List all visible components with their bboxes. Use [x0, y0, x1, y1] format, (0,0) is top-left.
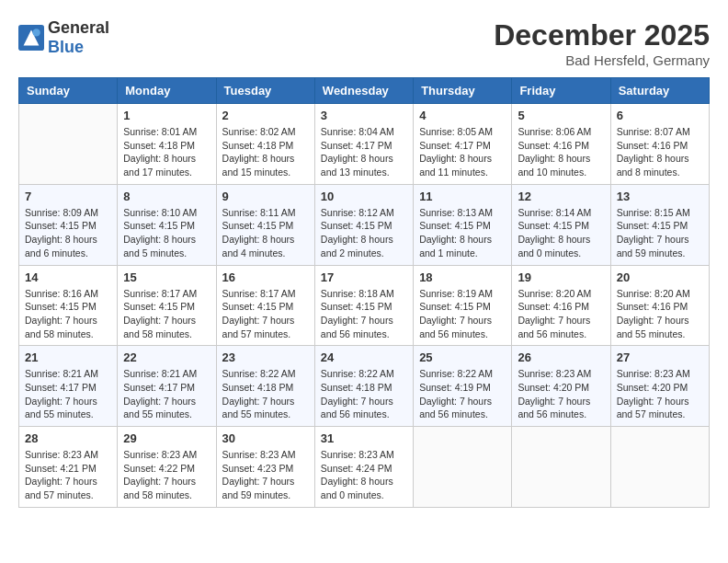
day-info: Sunrise: 8:12 AM Sunset: 4:15 PM Dayligh… [321, 206, 407, 260]
day-number: 10 [321, 190, 407, 203]
day-info: Sunrise: 8:01 AM Sunset: 4:18 PM Dayligh… [123, 125, 210, 179]
logo-general: General [48, 18, 109, 37]
location: Bad Hersfeld, Germany [494, 52, 710, 68]
day-number: 9 [222, 190, 309, 203]
day-number: 2 [222, 109, 309, 122]
day-number: 15 [123, 270, 210, 284]
calendar-cell: 26Sunrise: 8:23 AM Sunset: 4:20 PM Dayli… [512, 346, 610, 427]
day-number: 5 [518, 109, 604, 122]
calendar-cell: 21Sunrise: 8:21 AM Sunset: 4:17 PM Dayli… [19, 346, 118, 427]
day-number: 28 [25, 431, 111, 445]
day-info: Sunrise: 8:17 AM Sunset: 4:15 PM Dayligh… [222, 287, 309, 341]
day-info: Sunrise: 8:13 AM Sunset: 4:15 PM Dayligh… [419, 206, 506, 260]
day-of-week-wednesday: Wednesday [314, 78, 413, 104]
calendar-cell: 4Sunrise: 8:05 AM Sunset: 4:17 PM Daylig… [414, 104, 512, 185]
day-number: 1 [123, 109, 210, 122]
page-header: General Blue December 2025 Bad Hersfeld,… [18, 18, 710, 68]
logo-icon [18, 25, 44, 51]
day-number: 22 [123, 350, 210, 364]
calendar-cell: 22Sunrise: 8:21 AM Sunset: 4:17 PM Dayli… [118, 346, 216, 427]
calendar-cell [512, 427, 610, 508]
day-number: 23 [222, 350, 309, 364]
day-info: Sunrise: 8:22 AM Sunset: 4:19 PM Dayligh… [419, 367, 506, 421]
calendar-cell: 25Sunrise: 8:22 AM Sunset: 4:19 PM Dayli… [414, 346, 512, 427]
calendar-cell: 15Sunrise: 8:17 AM Sunset: 4:15 PM Dayli… [118, 265, 216, 346]
title-block: December 2025 Bad Hersfeld, Germany [494, 18, 710, 68]
day-info: Sunrise: 8:18 AM Sunset: 4:15 PM Dayligh… [321, 287, 407, 341]
day-of-week-sunday: Sunday [19, 78, 118, 104]
day-number: 25 [419, 350, 506, 364]
day-number: 19 [518, 270, 604, 284]
day-info: Sunrise: 8:06 AM Sunset: 4:16 PM Dayligh… [518, 125, 604, 179]
day-info: Sunrise: 8:10 AM Sunset: 4:15 PM Dayligh… [123, 206, 210, 260]
calendar-cell: 11Sunrise: 8:13 AM Sunset: 4:15 PM Dayli… [414, 184, 512, 265]
day-info: Sunrise: 8:07 AM Sunset: 4:16 PM Dayligh… [617, 125, 703, 179]
calendar-cell: 7Sunrise: 8:09 AM Sunset: 4:15 PM Daylig… [19, 184, 118, 265]
calendar-week-row: 14Sunrise: 8:16 AM Sunset: 4:15 PM Dayli… [19, 265, 710, 346]
calendar-cell: 8Sunrise: 8:10 AM Sunset: 4:15 PM Daylig… [118, 184, 216, 265]
day-number: 20 [617, 270, 703, 284]
calendar-header-row: SundayMondayTuesdayWednesdayThursdayFrid… [19, 78, 710, 104]
day-number: 13 [617, 190, 703, 203]
calendar-cell [610, 427, 709, 508]
day-number: 26 [518, 350, 604, 364]
day-info: Sunrise: 8:15 AM Sunset: 4:15 PM Dayligh… [617, 206, 703, 260]
day-number: 18 [419, 270, 506, 284]
calendar-cell: 14Sunrise: 8:16 AM Sunset: 4:15 PM Dayli… [19, 265, 118, 346]
day-number: 21 [25, 350, 111, 364]
day-info: Sunrise: 8:23 AM Sunset: 4:20 PM Dayligh… [518, 367, 604, 421]
svg-point-2 [32, 29, 40, 36]
calendar-cell: 17Sunrise: 8:18 AM Sunset: 4:15 PM Dayli… [314, 265, 413, 346]
calendar-cell: 3Sunrise: 8:04 AM Sunset: 4:17 PM Daylig… [314, 104, 413, 185]
day-info: Sunrise: 8:23 AM Sunset: 4:21 PM Dayligh… [25, 448, 111, 502]
logo-text: General Blue [48, 18, 109, 57]
day-info: Sunrise: 8:19 AM Sunset: 4:15 PM Dayligh… [419, 287, 506, 341]
day-number: 14 [25, 270, 111, 284]
day-number: 8 [123, 190, 210, 203]
calendar-cell: 10Sunrise: 8:12 AM Sunset: 4:15 PM Dayli… [314, 184, 413, 265]
day-number: 6 [617, 109, 703, 122]
day-info: Sunrise: 8:04 AM Sunset: 4:17 PM Dayligh… [321, 125, 407, 179]
day-info: Sunrise: 8:22 AM Sunset: 4:18 PM Dayligh… [222, 367, 309, 421]
day-info: Sunrise: 8:23 AM Sunset: 4:20 PM Dayligh… [617, 367, 703, 421]
day-info: Sunrise: 8:23 AM Sunset: 4:24 PM Dayligh… [321, 448, 407, 502]
day-info: Sunrise: 8:09 AM Sunset: 4:15 PM Dayligh… [25, 206, 111, 260]
calendar-week-row: 1Sunrise: 8:01 AM Sunset: 4:18 PM Daylig… [19, 104, 710, 185]
calendar-cell: 1Sunrise: 8:01 AM Sunset: 4:18 PM Daylig… [118, 104, 216, 185]
day-number: 11 [419, 190, 506, 203]
calendar-cell: 28Sunrise: 8:23 AM Sunset: 4:21 PM Dayli… [19, 427, 118, 508]
day-number: 24 [321, 350, 407, 364]
day-info: Sunrise: 8:02 AM Sunset: 4:18 PM Dayligh… [222, 125, 309, 179]
calendar: SundayMondayTuesdayWednesdayThursdayFrid… [18, 77, 710, 508]
day-number: 31 [321, 431, 407, 445]
calendar-week-row: 7Sunrise: 8:09 AM Sunset: 4:15 PM Daylig… [19, 184, 710, 265]
month-title: December 2025 [494, 18, 710, 52]
calendar-cell: 18Sunrise: 8:19 AM Sunset: 4:15 PM Dayli… [414, 265, 512, 346]
calendar-week-row: 21Sunrise: 8:21 AM Sunset: 4:17 PM Dayli… [19, 346, 710, 427]
day-number: 27 [617, 350, 703, 364]
day-info: Sunrise: 8:20 AM Sunset: 4:16 PM Dayligh… [617, 287, 703, 341]
calendar-cell: 29Sunrise: 8:23 AM Sunset: 4:22 PM Dayli… [118, 427, 216, 508]
calendar-cell: 13Sunrise: 8:15 AM Sunset: 4:15 PM Dayli… [610, 184, 709, 265]
day-info: Sunrise: 8:23 AM Sunset: 4:22 PM Dayligh… [123, 448, 210, 502]
day-of-week-monday: Monday [118, 78, 216, 104]
day-info: Sunrise: 8:23 AM Sunset: 4:23 PM Dayligh… [222, 448, 309, 502]
day-number: 3 [321, 109, 407, 122]
day-info: Sunrise: 8:20 AM Sunset: 4:16 PM Dayligh… [518, 287, 604, 341]
calendar-cell: 27Sunrise: 8:23 AM Sunset: 4:20 PM Dayli… [610, 346, 709, 427]
day-number: 17 [321, 270, 407, 284]
day-number: 16 [222, 270, 309, 284]
calendar-cell: 23Sunrise: 8:22 AM Sunset: 4:18 PM Dayli… [216, 346, 314, 427]
calendar-cell: 30Sunrise: 8:23 AM Sunset: 4:23 PM Dayli… [216, 427, 314, 508]
day-number: 12 [518, 190, 604, 203]
logo: General Blue [18, 18, 109, 57]
calendar-cell: 2Sunrise: 8:02 AM Sunset: 4:18 PM Daylig… [216, 104, 314, 185]
calendar-cell: 12Sunrise: 8:14 AM Sunset: 4:15 PM Dayli… [512, 184, 610, 265]
calendar-cell: 24Sunrise: 8:22 AM Sunset: 4:18 PM Dayli… [314, 346, 413, 427]
day-info: Sunrise: 8:21 AM Sunset: 4:17 PM Dayligh… [25, 367, 111, 421]
day-number: 29 [123, 431, 210, 445]
day-info: Sunrise: 8:11 AM Sunset: 4:15 PM Dayligh… [222, 206, 309, 260]
day-of-week-friday: Friday [512, 78, 610, 104]
logo-blue: Blue [48, 38, 84, 56]
day-info: Sunrise: 8:17 AM Sunset: 4:15 PM Dayligh… [123, 287, 210, 341]
